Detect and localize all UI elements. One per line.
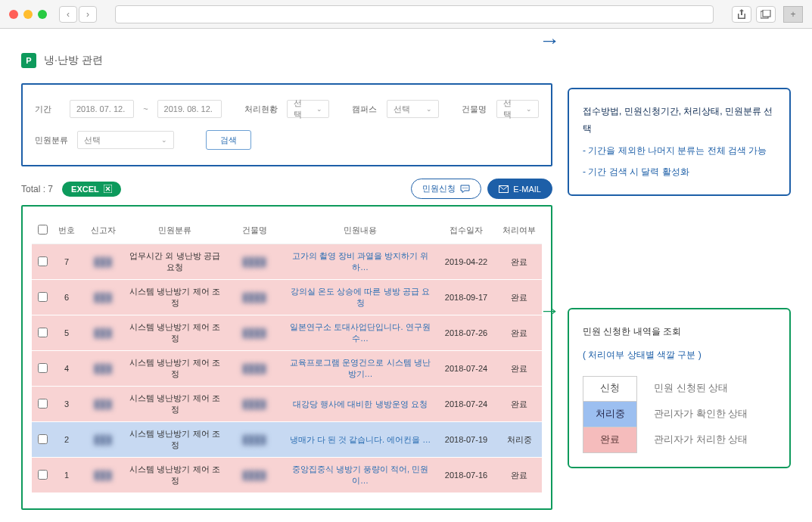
cell-building: ████ [224, 422, 285, 458]
row-checkbox[interactable] [38, 470, 48, 480]
table-row[interactable]: 7███업무시간 외 냉난방 공급요청████고가의 촬영 장비 과열을 방지하… [32, 244, 542, 280]
maximize-window-icon[interactable] [38, 10, 47, 19]
annotation-line: - 기간을 제외한 나머지 분류는 전체 검색 가능 [583, 142, 776, 160]
back-button[interactable]: ‹ [59, 6, 77, 23]
cell-building: ████ [224, 351, 285, 387]
close-window-icon[interactable] [9, 10, 18, 19]
cell-content-link[interactable]: 일본연구소 토대사업단입니다. 연구원 수… [285, 315, 436, 351]
row-checkbox[interactable] [38, 363, 48, 373]
cell-date: 2018-07-24 [436, 351, 496, 387]
status-select[interactable]: 선택⌄ [287, 100, 329, 118]
cell-reporter: ███ [80, 351, 126, 387]
row-checkbox[interactable] [38, 399, 48, 409]
building-select[interactable]: 선택⌄ [496, 100, 539, 118]
minimize-window-icon[interactable] [23, 10, 33, 19]
cell-status: 완료 [496, 387, 542, 422]
url-bar[interactable] [115, 5, 714, 23]
row-checkbox[interactable] [38, 256, 48, 266]
table-row[interactable]: 6███시스템 냉난방기 제어 조정████강의실 온도 상승에 따른 냉방 공… [32, 280, 542, 315]
tabs-icon [761, 10, 771, 19]
svg-point-4 [465, 188, 465, 188]
filter-building-label: 건물명 [462, 104, 487, 115]
cell-reporter: ███ [80, 244, 126, 280]
cell-status: 완료 [496, 351, 542, 387]
cell-building: ████ [224, 280, 285, 315]
table-row[interactable]: 4███시스템 냉난방기 제어 조정████교육프로그램 운영건으로 시스템 냉… [32, 351, 542, 387]
cell-date: 2018-07-24 [436, 387, 496, 422]
annotation-line: - 기간 검색 시 달력 활성화 [583, 163, 776, 181]
email-button[interactable]: E-MAIL [487, 179, 552, 199]
arrow-right-icon: → [539, 300, 560, 322]
cell-status: 완료 [496, 244, 542, 280]
cell-category: 시스템 냉난방기 제어 조정 [126, 351, 224, 387]
excel-export-button[interactable]: EXCEL [62, 182, 121, 197]
cell-reporter: ███ [80, 387, 126, 422]
annotation-subtitle: ( 처리여부 상태별 색깔 구분 ) [583, 346, 776, 364]
page-title-row: P 냉·난방 관련 [21, 53, 552, 68]
cell-status: 완료 [496, 315, 542, 351]
nav-buttons: ‹ › [59, 6, 97, 23]
annotation-title: 민원 신청한 내역을 조회 [583, 323, 776, 340]
cell-category: 시스템 냉난방기 제어 조정 [126, 280, 224, 315]
cell-content-link[interactable]: 냉매가 다 된 것 같습니다. 에어컨을 … [285, 422, 436, 458]
row-checkbox[interactable] [38, 328, 48, 337]
totals-row: Total : 7 EXCEL 민원신청 E-MAIL [21, 179, 552, 199]
svg-point-5 [467, 188, 468, 188]
cell-reporter: ███ [80, 458, 126, 493]
legend-chip: 완료 [583, 427, 637, 453]
cell-category: 시스템 냉난방기 제어 조정 [126, 315, 224, 351]
cell-content-link[interactable]: 교육프로그램 운영건으로 시스템 냉난방기… [285, 351, 436, 387]
th-content: 민원내용 [285, 217, 436, 244]
filter-status-label: 처리현황 [244, 104, 278, 115]
cell-content-link[interactable]: 고가의 촬영 장비 과열을 방지하기 위하… [285, 244, 436, 280]
date-range-separator: ~ [143, 104, 148, 113]
chevron-down-icon: ⌄ [426, 105, 432, 113]
row-checkbox[interactable] [38, 434, 48, 444]
annotation-filter-help: 접수방법, 민원신청기간, 처리상태, 민원분류 선택 - 기간을 제외한 나머… [568, 88, 791, 196]
legend-row: 신청민원 신청된 상태 [583, 376, 776, 402]
campus-select[interactable]: 선택⌄ [387, 100, 439, 118]
date-from-input[interactable]: 2018. 07. 12. [70, 100, 134, 118]
cell-no: 7 [53, 244, 80, 280]
mail-icon [499, 185, 509, 193]
table-row[interactable]: 1███시스템 냉난방기 제어 조정████중앙집중식 냉방기 풍량이 적어, … [32, 458, 542, 493]
forward-button[interactable]: › [79, 6, 97, 23]
th-status: 처리여부 [496, 217, 542, 244]
cell-content-link[interactable]: 중앙집중식 냉방기 풍량이 적어, 민원이… [285, 458, 436, 493]
th-building: 건물명 [224, 217, 285, 244]
cell-status: 완료 [496, 280, 542, 315]
chevron-down-icon: ⌄ [316, 105, 322, 113]
table-row[interactable]: 3███시스템 냉난방기 제어 조정████대강당 행사에 대비한 냉방운영 요… [32, 387, 542, 422]
svg-rect-1 [763, 10, 770, 17]
date-to-input[interactable]: 2019. 08. 12. [157, 100, 222, 118]
cell-date: 2018-07-26 [436, 315, 496, 351]
cell-category: 업무시간 외 냉난방 공급요청 [126, 244, 224, 280]
arrow-right-icon: → [539, 30, 560, 51]
cell-content-link[interactable]: 강의실 온도 상승에 따른 냉방 공급 요청 [285, 280, 436, 315]
row-checkbox[interactable] [38, 292, 48, 302]
complaints-table: 번호 신고자 민원분류 건물명 민원내용 접수일자 처리여부 7███업무시간 … [32, 217, 542, 493]
table-row[interactable]: 2███시스템 냉난방기 제어 조정████냉매가 다 된 것 같습니다. 에어… [32, 422, 542, 458]
legend-desc: 민원 신청된 상태 [654, 379, 728, 398]
tabs-button[interactable] [756, 6, 776, 23]
page-title-icon: P [21, 53, 36, 68]
page-title: 냉·난방 관련 [44, 54, 103, 67]
cell-status: 처리중 [496, 422, 542, 458]
cell-no: 1 [53, 458, 80, 493]
select-all-checkbox[interactable] [38, 225, 48, 235]
new-tab-button[interactable]: + [783, 6, 803, 23]
cell-content-link[interactable]: 대강당 행사에 대비한 냉방운영 요청 [285, 387, 436, 422]
share-button[interactable] [732, 6, 751, 23]
table-row[interactable]: 5███시스템 냉난방기 제어 조정████일본연구소 토대사업단입니다. 연구… [32, 315, 542, 351]
cell-building: ████ [224, 387, 285, 422]
apply-complaint-button[interactable]: 민원신청 [411, 179, 481, 199]
cell-date: 2018-07-19 [436, 422, 496, 458]
cell-no: 3 [53, 387, 80, 422]
search-button[interactable]: 검색 [206, 130, 251, 150]
category-select[interactable]: 선택⌄ [77, 131, 174, 149]
cell-date: 2018-09-17 [436, 280, 496, 315]
cell-building: ████ [224, 458, 285, 493]
cell-building: ████ [224, 315, 285, 351]
chrome-right-controls: + [732, 6, 803, 23]
chevron-down-icon: ⌄ [526, 105, 532, 113]
